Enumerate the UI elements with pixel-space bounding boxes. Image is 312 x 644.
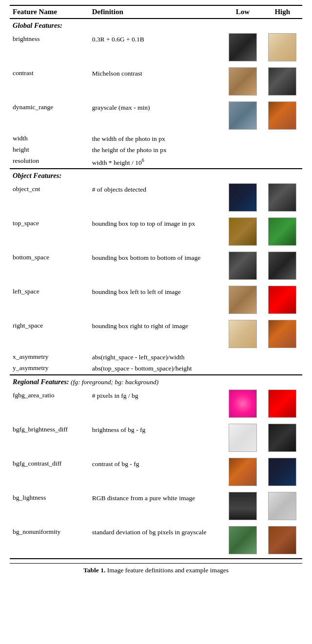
thumbnail xyxy=(229,286,257,314)
high-image-cell xyxy=(263,456,302,490)
definition-cell: # pixels in fg / bg xyxy=(89,388,223,422)
table-row: bg_nonuniformity standard deviation of b… xyxy=(10,524,302,559)
thumbnail xyxy=(268,424,296,452)
definition-cell: abs(top_space - bottom_space)/height xyxy=(89,363,223,375)
thumbnail xyxy=(268,33,296,61)
thumbnail xyxy=(268,320,296,348)
low-image-cell xyxy=(223,318,262,352)
low-image-cell xyxy=(223,352,262,375)
feature-name-cell: resolution xyxy=(10,156,89,169)
table-row: right_space bounding box right to right … xyxy=(10,318,302,352)
feature-name-cell: dynamic_range xyxy=(10,99,89,134)
thumbnail xyxy=(268,101,296,130)
section-header-row: Global Features: xyxy=(10,19,302,31)
low-image-cell xyxy=(223,490,262,524)
high-image-cell xyxy=(263,422,302,456)
thumbnail xyxy=(229,33,257,61)
feature-name-cell: left_space xyxy=(10,284,89,318)
thumbnail xyxy=(268,217,296,246)
table-row: bottom_space bounding box bottom to bott… xyxy=(10,250,302,284)
definition-cell: 0.3R + 0.6G + 0.1B xyxy=(89,31,223,65)
low-image-cell xyxy=(223,422,262,456)
thumbnail xyxy=(268,67,296,96)
low-image-cell xyxy=(223,250,262,284)
thumbnail xyxy=(268,252,296,280)
definition-cell: standard deviation of bg pixels in grays… xyxy=(89,524,223,559)
thumbnail xyxy=(229,492,257,520)
feature-name-cell: bottom_space xyxy=(10,250,89,284)
high-image-cell xyxy=(263,65,302,99)
definition-cell: RGB distance from a pure white image xyxy=(89,490,223,524)
definition-cell: contrast of bg - fg xyxy=(89,456,223,490)
table-row: brightness 0.3R + 0.6G + 0.1B xyxy=(10,31,302,65)
feature-name-cell: object_cnt xyxy=(10,181,89,215)
thumbnail xyxy=(268,286,296,314)
thumbnail xyxy=(229,320,257,348)
table-row: object_cnt # of objects detected xyxy=(10,181,302,215)
low-image-cell xyxy=(223,215,262,250)
definition-cell: bounding box top to top of image in px xyxy=(89,215,223,250)
thumbnail xyxy=(229,390,257,418)
section-header-cell: Global Features: xyxy=(10,19,302,31)
feature-name-cell: right_space xyxy=(10,318,89,352)
high-image-cell xyxy=(263,250,302,284)
superscript: 6 xyxy=(142,157,144,163)
low-image-cell xyxy=(223,99,262,134)
low-image-cell xyxy=(223,284,262,318)
table-row: bgfg_contrast_diff contrast of bg - fg xyxy=(10,456,302,490)
high-image-cell xyxy=(263,318,302,352)
table-row: bg_lightness RGB distance from a pure wh… xyxy=(10,490,302,524)
thumbnail xyxy=(268,458,296,486)
thumbnail xyxy=(268,526,296,554)
thumbnail xyxy=(229,458,257,486)
definition-cell: width * height / 106 xyxy=(89,156,223,169)
section-header-cell: Object Features: xyxy=(10,169,302,181)
feature-name-cell: width xyxy=(10,134,89,145)
table-row: contrast Michelson contrast xyxy=(10,65,302,99)
high-image-cell xyxy=(263,134,302,169)
high-image-cell xyxy=(263,490,302,524)
low-image-cell xyxy=(223,181,262,215)
low-image-cell xyxy=(223,65,262,99)
col-header-feature: Feature Name xyxy=(10,5,89,19)
table-row: bgfg_brightness_diff brightness of bg - … xyxy=(10,422,302,456)
definition-cell: bounding box bottom to bottom of image xyxy=(89,250,223,284)
col-header-definition: Definition xyxy=(89,5,223,19)
high-image-cell xyxy=(263,352,302,375)
thumbnail xyxy=(268,390,296,418)
thumbnail xyxy=(268,183,296,212)
definition-cell: Michelson contrast xyxy=(89,65,223,99)
feature-name-cell: y_asymmetry xyxy=(10,363,89,375)
feature-name-cell: fgbg_area_ratio xyxy=(10,388,89,422)
thumbnail xyxy=(229,217,257,246)
thumbnail xyxy=(229,101,257,130)
table-row: left_space bounding box left to left of … xyxy=(10,284,302,318)
table-row: width the width of the photo in px xyxy=(10,134,302,145)
thumbnail xyxy=(229,526,257,554)
high-image-cell xyxy=(263,284,302,318)
high-image-cell xyxy=(263,31,302,65)
feature-name-cell: bg_lightness xyxy=(10,490,89,524)
feature-name-cell: height xyxy=(10,145,89,156)
low-image-cell xyxy=(223,388,262,422)
table-row: x_asymmetry abs(right_space - left_space… xyxy=(10,352,302,363)
feature-name-cell: contrast xyxy=(10,65,89,99)
definition-cell: the width of the photo in px xyxy=(89,134,223,145)
feature-name-cell: x_asymmetry xyxy=(10,352,89,363)
low-image-cell xyxy=(223,134,262,169)
high-image-cell xyxy=(263,181,302,215)
high-image-cell xyxy=(263,99,302,134)
col-header-low: Low xyxy=(223,5,262,19)
definition-cell: bounding box right to right of image xyxy=(89,318,223,352)
high-image-cell xyxy=(263,388,302,422)
feature-name-cell: top_space xyxy=(10,215,89,250)
feature-name-cell: bgfg_contrast_diff xyxy=(10,456,89,490)
definition-cell: # of objects detected xyxy=(89,181,223,215)
feature-name-cell: brightness xyxy=(10,31,89,65)
low-image-cell xyxy=(223,456,262,490)
table-row: top_space bounding box top to top of ima… xyxy=(10,215,302,250)
thumbnail xyxy=(229,183,257,212)
definition-cell: brightness of bg - fg xyxy=(89,422,223,456)
thumbnail xyxy=(229,424,257,452)
low-image-cell xyxy=(223,524,262,559)
